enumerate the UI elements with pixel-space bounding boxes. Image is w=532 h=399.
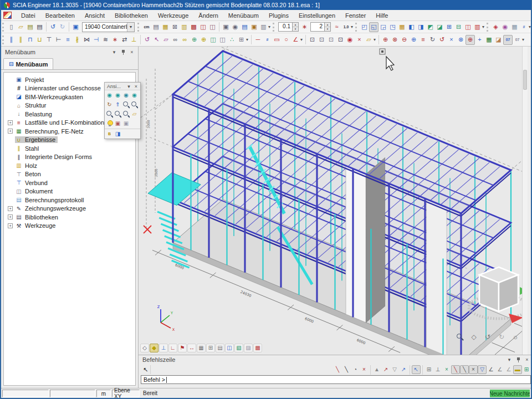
- select-filter[interactable]: ⊗: [456, 35, 466, 45]
- menu-ndern[interactable]: Ändern: [193, 11, 223, 20]
- set-view-direction[interactable]: ⇑: [114, 100, 122, 109]
- window-toggle[interactable]: ▣: [71, 22, 80, 32]
- render-wireframe[interactable]: ◇: [140, 344, 149, 352]
- calculator[interactable]: ▦: [161, 22, 170, 32]
- nav-orbit-alt[interactable]: ↻: [497, 332, 506, 341]
- picture-gallery[interactable]: ▣: [249, 22, 259, 32]
- view-layout-2[interactable]: ◱: [369, 22, 378, 32]
- member-swap[interactable]: ⇄: [120, 35, 129, 45]
- floatbar-caret-icon[interactable]: ▾: [126, 83, 132, 89]
- visibility-red[interactable]: ◉: [345, 35, 355, 45]
- combo-caret-icon[interactable]: ▾: [127, 23, 134, 32]
- redo[interactable]: ↻: [58, 22, 67, 32]
- open-layer[interactable]: ▱: [364, 35, 374, 45]
- tree-expander-icon[interactable]: +: [8, 120, 13, 125]
- link-1[interactable]: ∞: [171, 35, 180, 45]
- snap-ortho[interactable]: ⊥: [433, 365, 442, 374]
- clipboard[interactable]: ▥: [180, 22, 189, 32]
- image-export[interactable]: ◪: [494, 35, 503, 45]
- select-by-prop[interactable]: ⊕: [466, 35, 475, 45]
- copy-2[interactable]: ⊡: [317, 35, 326, 45]
- snap-line[interactable]: ╲: [333, 365, 342, 374]
- select-blue[interactable]: ⊕: [409, 35, 418, 45]
- menu-menbaum[interactable]: Menübaum: [223, 11, 264, 20]
- camera-view-2[interactable]: ▣: [122, 119, 130, 128]
- tree-item-integrierte-design-forms[interactable]: ∥Integrierte Design Forms: [7, 153, 135, 162]
- member-rib[interactable]: ⊤: [44, 35, 54, 45]
- dropdown-caret-icon[interactable]: ▾: [268, 24, 270, 29]
- member-column-1[interactable]: ∥: [7, 35, 16, 45]
- units-setup[interactable]: cm: [142, 22, 151, 32]
- member-haunch[interactable]: ⊢: [54, 35, 63, 45]
- view-layout-10[interactable]: ⊞: [444, 22, 454, 32]
- project-combo[interactable]: 19040 Containerbü▾: [82, 22, 135, 32]
- spinner-value[interactable]: 2: [310, 22, 325, 32]
- activity-filter[interactable]: ◈: [491, 22, 500, 32]
- spinner-down-icon[interactable]: ▾: [293, 27, 298, 31]
- view-image-1[interactable]: ▧: [234, 344, 243, 352]
- print[interactable]: ▣: [221, 22, 231, 32]
- snap-point[interactable]: ↗: [381, 365, 390, 374]
- save[interactable]: ▤: [35, 22, 44, 32]
- snap-angle-1[interactable]: ∠: [487, 365, 495, 374]
- background-toggle[interactable]: B: [105, 129, 114, 139]
- window-view[interactable]: ◨: [114, 129, 122, 139]
- solver-dialog[interactable]: ◫: [198, 22, 208, 32]
- show-loads[interactable]: ∟: [168, 344, 177, 352]
- copy-mirror[interactable]: ⊡: [336, 35, 345, 45]
- view-layout-6[interactable]: ◧: [407, 22, 416, 32]
- tree-item-stahl[interactable]: ∥Stahl: [7, 144, 135, 153]
- nav-settings[interactable]: ☼: [511, 332, 520, 341]
- draw-line[interactable]: ─: [253, 35, 263, 45]
- layers[interactable]: ▤: [151, 22, 161, 32]
- command-input[interactable]: Befehl >: [141, 375, 531, 384]
- show-dimensions[interactable]: ↔: [187, 344, 196, 352]
- select-undo[interactable]: ↺: [437, 35, 447, 45]
- nav-zoom[interactable]: [456, 332, 464, 341]
- snap-segment[interactable]: ╲: [342, 365, 351, 374]
- open-view-folder[interactable]: ▱: [130, 109, 139, 119]
- snap-step-spinner[interactable]: 0.1▴▾: [278, 22, 299, 32]
- panel-menu-caret-icon[interactable]: ▾: [110, 48, 118, 56]
- tree-expander-icon[interactable]: +: [8, 223, 13, 228]
- node-surface[interactable]: ▱: [161, 35, 171, 45]
- member-star[interactable]: ∗: [110, 35, 120, 45]
- draw-angle[interactable]: ∠: [291, 35, 300, 45]
- scale-results[interactable]: ≈: [332, 22, 341, 32]
- view-top[interactable]: ◉: [122, 90, 130, 100]
- select-subtract[interactable]: ⊖: [400, 35, 409, 45]
- view-layout-11[interactable]: ⊟: [454, 22, 463, 32]
- toolbar-handle[interactable]: [2, 23, 5, 32]
- cmd-close-icon[interactable]: ×: [523, 356, 531, 364]
- menu-werkzeuge[interactable]: Werkzeuge: [153, 11, 193, 20]
- tree-expander-icon[interactable]: +: [8, 206, 13, 211]
- view-colored-grid[interactable]: ▩: [253, 344, 262, 352]
- snap-node[interactable]: ▲: [372, 365, 381, 374]
- snap-angle-3[interactable]: ∠: [504, 365, 513, 374]
- snap-vector[interactable]: ↗: [399, 365, 408, 374]
- mesh-refine[interactable]: ⊞: [237, 35, 246, 45]
- snap-arc[interactable]: ◔: [351, 365, 360, 374]
- menu-hilfe[interactable]: Hilfe: [371, 11, 393, 20]
- axis-marker[interactable]: ∗: [300, 22, 309, 32]
- zoom-in[interactable]: [122, 100, 130, 109]
- member-shell[interactable]: ≋: [101, 35, 110, 45]
- dropdown-caret-icon[interactable]: ▾: [529, 24, 531, 29]
- new-project[interactable]: ▯: [7, 22, 16, 32]
- member-column-2[interactable]: ∥: [16, 35, 25, 45]
- floatbar-close-icon[interactable]: ×: [133, 83, 139, 89]
- snap-surface[interactable]: ▽: [478, 365, 487, 374]
- menu-bibliotheken[interactable]: Bibliotheken: [110, 11, 153, 20]
- zoom-all[interactable]: [114, 109, 122, 119]
- menu-fenster[interactable]: Fenster: [340, 11, 371, 20]
- copy-array[interactable]: ⊡: [326, 35, 336, 45]
- select-curve[interactable]: ↻: [428, 35, 437, 45]
- copy-1[interactable]: ⊡: [308, 35, 317, 45]
- snap-cross[interactable]: ×: [469, 365, 478, 374]
- show-supports[interactable]: ⊥: [159, 344, 168, 352]
- draw-grid[interactable]: #: [263, 35, 272, 45]
- activity-select[interactable]: ◉: [500, 22, 510, 32]
- menu-einstellungen[interactable]: Einstellungen: [294, 11, 340, 20]
- activity-table[interactable]: ▦: [510, 22, 519, 32]
- cmd-menu-caret-icon[interactable]: ▾: [505, 356, 513, 364]
